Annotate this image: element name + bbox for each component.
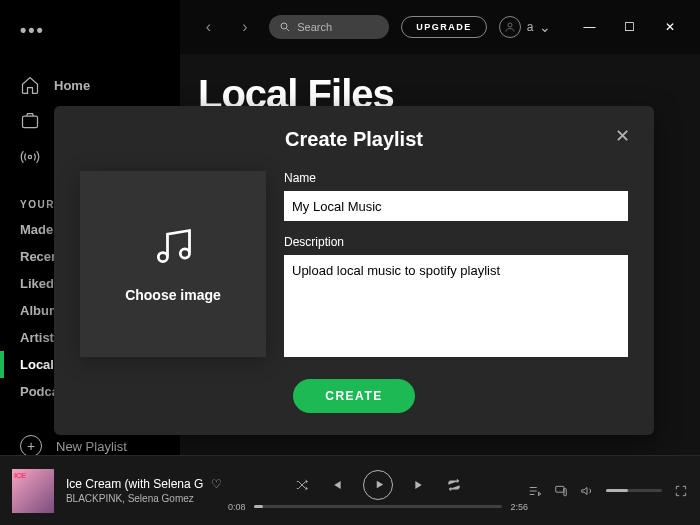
svg-rect-7	[564, 488, 566, 495]
right-controls	[528, 484, 688, 498]
svg-point-4	[158, 253, 167, 262]
choose-image-button[interactable]: Choose image	[80, 171, 266, 357]
create-playlist-modal: Create Playlist ✕ Choose image Name Desc…	[54, 106, 654, 435]
fullscreen-button[interactable]	[674, 484, 688, 498]
description-label: Description	[284, 235, 628, 249]
modal-title: Create Playlist	[80, 128, 628, 151]
playback-controls: 0:08 2:56	[228, 470, 528, 512]
queue-button[interactable]	[528, 484, 542, 498]
music-note-icon	[151, 225, 195, 269]
progress-bar[interactable]	[254, 505, 503, 508]
track-title[interactable]: Ice Cream (with Selena G	[66, 477, 203, 491]
elapsed-time: 0:08	[228, 502, 246, 512]
volume-slider[interactable]	[606, 489, 662, 492]
devices-button[interactable]	[554, 484, 568, 498]
track-info: Ice Cream (with Selena G ♡ BLACKPINK, Se…	[66, 477, 228, 504]
previous-button[interactable]	[329, 478, 343, 492]
create-button[interactable]: CREATE	[293, 379, 414, 413]
progress-row: 0:08 2:56	[228, 502, 528, 512]
album-art[interactable]	[12, 469, 54, 513]
shuffle-button[interactable]	[295, 478, 309, 492]
play-button[interactable]	[363, 470, 393, 500]
close-modal-button[interactable]: ✕	[610, 124, 634, 148]
playlist-name-input[interactable]	[284, 191, 628, 221]
playlist-description-input[interactable]: Upload local music to spotify playlist	[284, 255, 628, 357]
next-button[interactable]	[413, 478, 427, 492]
duration-time: 2:56	[510, 502, 528, 512]
svg-point-5	[180, 249, 189, 258]
modal-backdrop: Create Playlist ✕ Choose image Name Desc…	[0, 0, 700, 525]
name-label: Name	[284, 171, 628, 185]
svg-rect-6	[556, 486, 564, 492]
volume-button[interactable]	[580, 484, 594, 498]
like-button[interactable]: ♡	[211, 477, 222, 491]
choose-image-label: Choose image	[125, 287, 221, 303]
player-bar: Ice Cream (with Selena G ♡ BLACKPINK, Se…	[0, 455, 700, 525]
track-artist[interactable]: BLACKPINK, Selena Gomez	[66, 493, 228, 504]
repeat-button[interactable]	[447, 478, 461, 492]
